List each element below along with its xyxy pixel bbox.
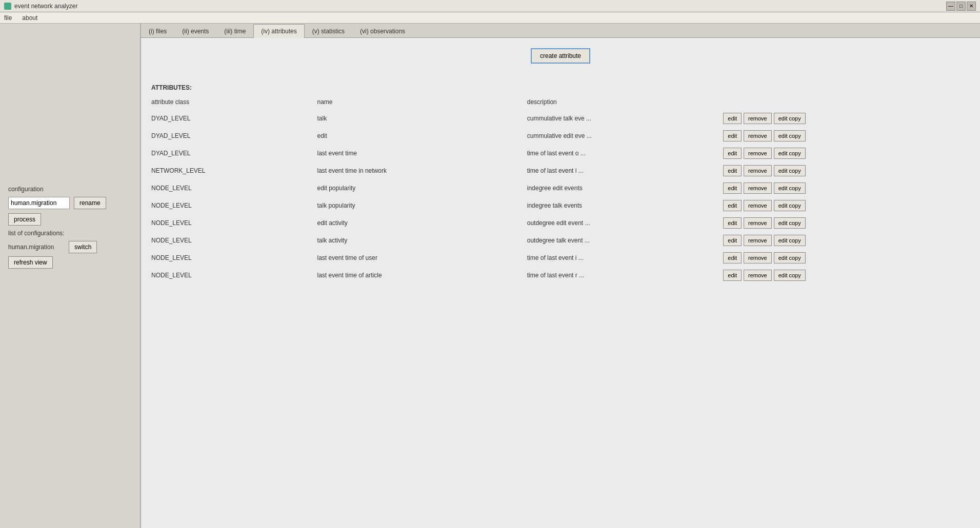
cell-description: time of last event i ...	[527, 249, 724, 267]
remove-button-5[interactable]: remove	[744, 200, 772, 211]
minimize-button[interactable]: —	[946, 2, 955, 11]
rename-button[interactable]: rename	[74, 197, 106, 209]
remove-button-3[interactable]: remove	[744, 165, 772, 176]
config-item-name: human.migration	[8, 243, 65, 251]
remove-button-9[interactable]: remove	[744, 270, 772, 281]
edit-button-6[interactable]: edit	[723, 217, 742, 229]
table-row: DYAD_LEVEL last event time time of last …	[151, 145, 970, 162]
edit-copy-button-3[interactable]: edit copy	[774, 165, 806, 176]
config-name-input[interactable]	[8, 197, 70, 209]
cell-name: edit	[317, 127, 527, 145]
cell-name: talk activity	[317, 232, 527, 249]
create-attribute-button[interactable]: create attribute	[531, 48, 590, 64]
edit-copy-button-5[interactable]: edit copy	[774, 200, 806, 211]
tab-events[interactable]: (ii) events	[174, 24, 216, 38]
tab-time[interactable]: (iii) time	[216, 24, 253, 38]
cell-actions: edit remove edit copy	[723, 249, 970, 267]
configuration-label: configuration	[8, 186, 132, 193]
refresh-view-button[interactable]: refresh view	[8, 256, 53, 269]
title-bar-left: event network analyzer	[4, 3, 77, 10]
config-name-row: rename	[8, 197, 132, 209]
cell-attribute-class: NODE_LEVEL	[151, 232, 317, 249]
edit-button-2[interactable]: edit	[723, 148, 742, 159]
remove-button-0[interactable]: remove	[744, 113, 772, 124]
cell-attribute-class: DYAD_LEVEL	[151, 110, 317, 127]
title-bar: event network analyzer — □ ✕	[0, 0, 980, 12]
cell-name: last event time of user	[317, 249, 527, 267]
edit-copy-button-1[interactable]: edit copy	[774, 130, 806, 141]
remove-button-6[interactable]: remove	[744, 217, 772, 229]
sidebar: configuration rename process list of con…	[0, 24, 141, 528]
list-label: list of configurations:	[8, 230, 132, 237]
table-row: DYAD_LEVEL edit cummulative edit eve ...…	[151, 127, 970, 145]
cell-description: time of last event i ...	[527, 162, 724, 179]
edit-button-4[interactable]: edit	[723, 182, 742, 194]
cell-actions: edit remove edit copy	[723, 110, 970, 127]
cell-description: indegree talk events	[527, 197, 724, 214]
remove-button-1[interactable]: remove	[744, 130, 772, 141]
cell-actions: edit remove edit copy	[723, 127, 970, 145]
app-icon	[4, 3, 11, 10]
menu-bar: file about	[0, 12, 980, 24]
edit-copy-button-7[interactable]: edit copy	[774, 235, 806, 246]
edit-button-3[interactable]: edit	[723, 165, 742, 176]
remove-button-2[interactable]: remove	[744, 148, 772, 159]
cell-attribute-class: NODE_LEVEL	[151, 197, 317, 214]
cell-actions: edit remove edit copy	[723, 145, 970, 162]
table-row: NODE_LEVEL edit popularity indegree edit…	[151, 179, 970, 197]
remove-button-4[interactable]: remove	[744, 182, 772, 194]
menu-about[interactable]: about	[20, 13, 39, 23]
close-button[interactable]: ✕	[967, 2, 976, 11]
cell-actions: edit remove edit copy	[723, 197, 970, 214]
table-row: NODE_LEVEL last event time of user time …	[151, 249, 970, 267]
edit-copy-button-4[interactable]: edit copy	[774, 182, 806, 194]
edit-button-9[interactable]: edit	[723, 270, 742, 281]
table-row: NETWORK_LEVEL last event time in network…	[151, 162, 970, 179]
cell-attribute-class: NODE_LEVEL	[151, 214, 317, 232]
window-title: event network analyzer	[14, 3, 77, 10]
cell-attribute-class: NETWORK_LEVEL	[151, 162, 317, 179]
attributes-table: attribute class name description DYAD_LE…	[151, 96, 970, 284]
edit-button-7[interactable]: edit	[723, 235, 742, 246]
cell-name: edit popularity	[317, 179, 527, 197]
col-attribute-class: attribute class	[151, 96, 317, 110]
tab-attributes[interactable]: (iv) attributes	[253, 24, 304, 38]
content-area: (i) files (ii) events (iii) time (iv) at…	[141, 24, 980, 528]
edit-button-0[interactable]: edit	[723, 113, 742, 124]
remove-button-8[interactable]: remove	[744, 252, 772, 263]
edit-copy-button-2[interactable]: edit copy	[774, 148, 806, 159]
cell-description: cummulative talk eve ...	[527, 110, 724, 127]
cell-description: indegree edit events	[527, 179, 724, 197]
menu-file[interactable]: file	[2, 13, 14, 23]
cell-name: edit activity	[317, 214, 527, 232]
edit-copy-button-9[interactable]: edit copy	[774, 270, 806, 281]
table-row: NODE_LEVEL talk activity outdegree talk …	[151, 232, 970, 249]
cell-attribute-class: NODE_LEVEL	[151, 179, 317, 197]
edit-copy-button-8[interactable]: edit copy	[774, 252, 806, 263]
tab-statistics[interactable]: (v) statistics	[305, 24, 352, 38]
tab-files[interactable]: (i) files	[141, 24, 174, 38]
edit-copy-button-0[interactable]: edit copy	[774, 113, 806, 124]
cell-actions: edit remove edit copy	[723, 179, 970, 197]
edit-button-8[interactable]: edit	[723, 252, 742, 263]
cell-actions: edit remove edit copy	[723, 214, 970, 232]
cell-description: time of last event r ...	[527, 267, 724, 284]
remove-button-7[interactable]: remove	[744, 235, 772, 246]
table-row: NODE_LEVEL talk popularity indegree talk…	[151, 197, 970, 214]
config-list-item: human.migration switch	[8, 241, 132, 253]
edit-button-5[interactable]: edit	[723, 200, 742, 211]
col-description: description	[527, 96, 724, 110]
process-button[interactable]: process	[8, 213, 41, 226]
cell-attribute-class: DYAD_LEVEL	[151, 145, 317, 162]
tab-bar: (i) files (ii) events (iii) time (iv) at…	[141, 24, 980, 38]
switch-button[interactable]: switch	[69, 241, 97, 253]
cell-actions: edit remove edit copy	[723, 162, 970, 179]
edit-button-1[interactable]: edit	[723, 130, 742, 141]
tab-content: create attribute ATTRIBUTES: attribute c…	[141, 38, 980, 528]
edit-copy-button-6[interactable]: edit copy	[774, 217, 806, 229]
cell-name: last event time of article	[317, 267, 527, 284]
col-name: name	[317, 96, 527, 110]
cell-description: outdegree edit event ...	[527, 214, 724, 232]
maximize-button[interactable]: □	[956, 2, 966, 11]
tab-observations[interactable]: (vi) observations	[352, 24, 413, 38]
